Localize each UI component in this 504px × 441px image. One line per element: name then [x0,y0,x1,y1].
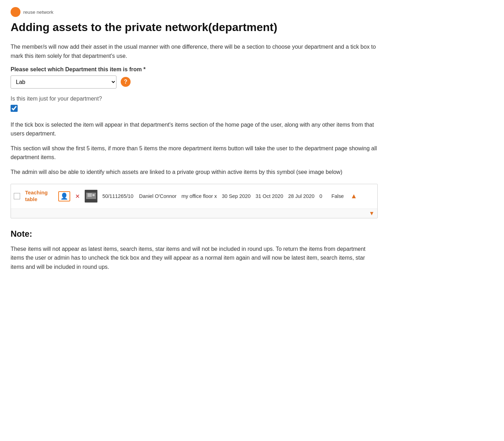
item-bool: False [331,193,346,199]
location: my office floor x [181,193,217,199]
admin-paragraph: The admin will also be able to identify … [11,168,378,177]
item-name-line1: Teaching [25,189,53,196]
date-modified: 28 Jul 2020 [288,193,314,199]
top-bar: reuse network [11,7,378,17]
note-heading: Note: [11,229,378,239]
department-checkbox[interactable] [11,105,18,112]
logo-circle [11,7,20,17]
table-row: Teaching table 👤 ✕ 50/111265/10 Daniel O… [11,184,377,209]
svg-rect-3 [92,194,95,196]
item-name: Teaching table [25,189,53,203]
help-icon[interactable]: ? [121,77,131,87]
brand-text: reuse network [23,10,53,15]
demo-table: Teaching table 👤 ✕ 50/111265/10 Daniel O… [11,184,378,218]
row-checkbox[interactable] [14,193,20,199]
item-count: 0 [319,193,326,199]
group-icon: 👤 [60,193,68,200]
svg-rect-2 [88,193,92,197]
asset-code: 50/111265/10 [102,193,134,199]
checkbox-label: Is this item just for your department? [11,96,378,102]
page-title: Adding assets to the private network(dep… [11,20,378,34]
group-icon-wrapper: 👤 [58,191,70,201]
delete-icon[interactable]: ✕ [75,193,80,200]
tickbox-paragraph: If the tick box is selected the item wil… [11,120,378,138]
scroll-arrow-down: ▼ [369,210,374,217]
department-select-label: Please select which Department this item… [11,66,378,73]
intro-paragraph: The member/s will now add their asset in… [11,42,378,60]
item-thumbnail [85,190,97,203]
department-select[interactable]: Lab Teaching Admin Other [11,75,116,89]
owner-name: Daniel O'Connor [139,193,176,199]
department-checkbox-section: Is this item just for your department? [11,96,378,113]
item-name-line2: table [25,196,53,203]
scroll-indicator: ▼ [11,209,377,218]
date-listed: 30 Sep 2020 [222,193,251,199]
department-select-wrapper: Lab Teaching Admin Other ? [11,75,378,89]
arrow-icon[interactable]: ▲ [350,192,357,200]
date-expiry: 31 Oct 2020 [256,193,283,199]
section-paragraph: This section will show the first 5 items… [11,144,378,162]
note-paragraph: These items will not appear as latest it… [11,244,378,272]
